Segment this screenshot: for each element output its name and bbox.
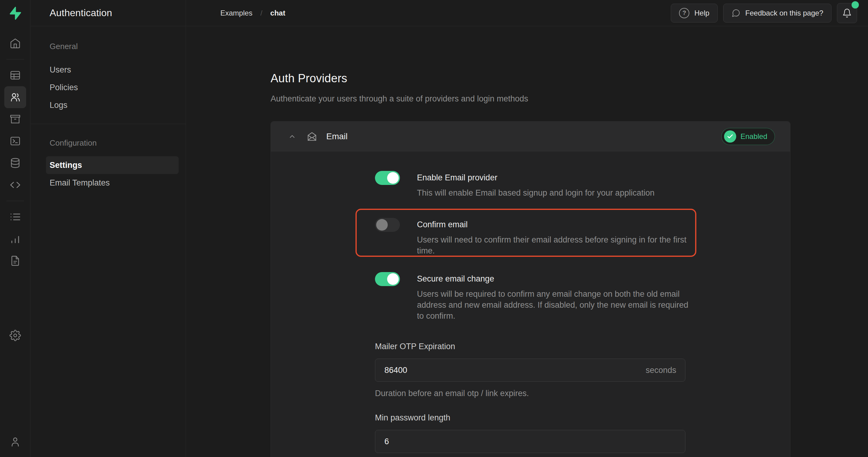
sidebar-item-logs[interactable]: Logs — [31, 96, 186, 114]
rail-item-api-code[interactable] — [4, 174, 26, 196]
setting-label: Confirm email — [417, 218, 694, 230]
page-subtitle: Authenticate your users through a suite … — [271, 94, 868, 104]
sidebar-item-settings[interactable]: Settings — [46, 156, 179, 174]
setting-description: Users will be required to confirm any em… — [417, 288, 694, 321]
bell-icon — [842, 8, 852, 18]
sidebar-header: Authentication — [31, 0, 186, 26]
enabled-status-badge: Enabled — [721, 128, 775, 145]
input-wrap — [375, 430, 685, 453]
field-label: Mailer OTP Expiration — [375, 341, 685, 352]
rail-item-account[interactable] — [4, 431, 26, 453]
page-title: Auth Providers — [271, 72, 868, 85]
section-label-configuration: Configuration — [31, 137, 186, 148]
collapse-chevron-button[interactable] — [286, 131, 298, 143]
help-circle-icon: ? — [679, 8, 689, 18]
field-min-password-length: Min password length Users will not be ab… — [375, 412, 685, 457]
rail-item-logs[interactable] — [4, 206, 26, 228]
database-icon — [9, 157, 21, 169]
breadcrumb-project[interactable]: chat — [270, 9, 285, 17]
rail-item-reports[interactable] — [4, 228, 26, 250]
configuration-items: Settings Email Templates — [31, 156, 186, 192]
sidebar-item-policies[interactable]: Policies — [31, 79, 186, 96]
topbar: Examples / chat ? Help Feedback on this … — [186, 0, 868, 26]
supabase-dashboard: Authentication General Users Policies Lo… — [0, 0, 868, 457]
breadcrumb-separator: / — [260, 9, 262, 17]
code-icon — [9, 179, 21, 191]
table-icon — [9, 69, 21, 81]
auth-sidebar: Authentication General Users Policies Lo… — [31, 0, 186, 457]
terminal-icon — [9, 135, 21, 147]
rail-item-authentication[interactable] — [4, 86, 26, 108]
archive-box-icon — [9, 113, 21, 125]
toggle-knob — [376, 219, 388, 231]
input-unit-suffix: seconds — [646, 359, 676, 382]
notifications-button[interactable] — [837, 3, 857, 23]
general-items: Users Policies Logs — [31, 61, 186, 114]
speech-bubble-icon — [731, 8, 741, 18]
file-text-icon — [9, 255, 21, 266]
rail-item-home[interactable] — [4, 32, 26, 54]
supabase-logo[interactable] — [0, 0, 30, 26]
rail-item-sql-editor[interactable] — [4, 130, 26, 152]
setting-row-enable-email: Enable Email provider This will enable E… — [375, 171, 790, 198]
provider-name: Email — [326, 132, 347, 141]
notification-dot — [851, 1, 859, 8]
field-mailer-otp-expiration: Mailer OTP Expiration seconds Duration b… — [375, 341, 685, 399]
help-button-label: Help — [694, 9, 709, 17]
enable-email-provider-toggle[interactable] — [375, 171, 400, 185]
feedback-button[interactable]: Feedback on this page? — [723, 4, 832, 23]
sidebar-divider — [31, 124, 186, 124]
rail-nav — [0, 26, 30, 457]
rail-divider — [6, 201, 24, 201]
feedback-button-label: Feedback on this page? — [745, 9, 823, 17]
setting-description: Users will need to confirm their email a… — [417, 234, 694, 256]
gear-icon — [9, 330, 21, 341]
sidebar-title: Authentication — [50, 7, 112, 19]
toggle-knob — [387, 273, 399, 285]
secure-email-change-toggle[interactable] — [375, 272, 400, 286]
setting-row-secure-email-change: Secure email change Users will be requir… — [375, 272, 790, 321]
badge-label: Enabled — [741, 132, 767, 141]
icon-rail — [0, 0, 30, 457]
rail-item-storage[interactable] — [4, 108, 26, 130]
sidebar-item-email-templates[interactable]: Email Templates — [31, 174, 186, 192]
rail-item-settings[interactable] — [4, 324, 26, 346]
input-wrap: seconds — [375, 359, 685, 382]
mail-icon — [306, 131, 318, 142]
email-provider-panel: Email Enabled Enable Email provider This — [271, 121, 790, 457]
page-content: Auth Providers Authenticate your users t… — [186, 26, 868, 457]
section-label-general: General — [31, 41, 186, 52]
rail-item-table-editor[interactable] — [4, 64, 26, 86]
field-label: Min password length — [375, 412, 685, 423]
user-icon — [9, 436, 21, 448]
sidebar-body: General Users Policies Logs Configuratio… — [31, 26, 186, 192]
confirm-email-toggle[interactable] — [375, 218, 400, 232]
main-area: Examples / chat ? Help Feedback on this … — [186, 0, 868, 457]
home-icon — [9, 37, 21, 49]
help-button[interactable]: ? Help — [671, 4, 717, 23]
toggle-knob — [387, 172, 399, 184]
setting-label: Secure email change — [417, 272, 694, 284]
mailer-otp-expiration-input[interactable] — [375, 359, 685, 382]
email-panel-header[interactable]: Email Enabled — [271, 121, 790, 151]
setting-row-confirm-email: Confirm email Users will need to confirm… — [375, 218, 790, 256]
users-icon — [9, 91, 21, 103]
min-password-length-input[interactable] — [375, 430, 685, 453]
bar-chart-icon — [9, 233, 21, 245]
setting-description: This will enable Email based signup and … — [417, 188, 694, 198]
rail-item-docs[interactable] — [4, 250, 26, 272]
setting-label: Enable Email provider — [417, 171, 694, 183]
check-circle-icon — [724, 131, 736, 143]
chevron-up-icon — [288, 133, 296, 140]
rail-divider — [6, 59, 24, 59]
supabase-logo-icon — [8, 6, 22, 20]
rail-item-database[interactable] — [4, 152, 26, 174]
topbar-actions: ? Help Feedback on this page? — [671, 3, 857, 23]
list-icon — [9, 211, 21, 223]
field-help-text: Duration before an email otp / link expi… — [375, 388, 685, 399]
email-panel-body: Enable Email provider This will enable E… — [271, 151, 790, 457]
sidebar-item-users[interactable]: Users — [31, 61, 186, 79]
breadcrumb-org[interactable]: Examples — [220, 9, 252, 17]
breadcrumb: Examples / chat — [220, 9, 285, 17]
